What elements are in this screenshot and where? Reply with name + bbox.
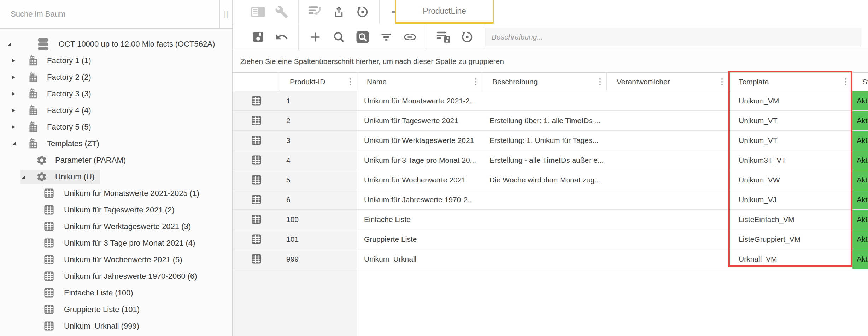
tree-item[interactable]: Unikum für 3 Tage pro Monat 2021 (4)	[0, 235, 232, 251]
cell-name[interactable]: Einfache Liste	[357, 210, 482, 229]
column-menu-icon[interactable]	[475, 78, 477, 85]
table-row[interactable]: 101Gruppierte ListeListeGruppiert_VMAkti…	[233, 229, 868, 249]
tab-productline[interactable]: ProductLine	[395, 0, 494, 24]
cell-produkt_id[interactable]: 1	[280, 91, 357, 110]
cell-beschreibung[interactable]: Erstellung - alle TimeIDs außer e...	[482, 150, 607, 170]
cell-row-icon[interactable]	[233, 111, 280, 130]
cell-produkt_id[interactable]: 5	[280, 170, 357, 190]
table-row[interactable]: 4Unikum für 3 Tage pro Monat 20...Erstel…	[233, 150, 868, 170]
cell-status[interactable]: Aktiv	[852, 150, 868, 170]
tree-item[interactable]: Unikum für Tageswerte 2021 (2)	[0, 202, 232, 218]
cell-row-icon[interactable]	[233, 170, 280, 190]
column-menu-icon[interactable]	[599, 78, 601, 85]
tree-item[interactable]: Unikum für Monatswerte 2021-2025 (1)	[0, 185, 232, 202]
header-cell-template[interactable]: Template	[729, 73, 852, 91]
cell-status[interactable]: Aktiv	[852, 229, 868, 249]
cell-verantwortlicher[interactable]	[607, 249, 729, 269]
table-row[interactable]: 1Unikum für Monatswerte 2021-2...Unikum_…	[233, 91, 868, 111]
cell-row-icon[interactable]	[233, 249, 280, 269]
cell-template[interactable]: Unikum3T_VT	[729, 150, 852, 170]
cell-name[interactable]: Unikum für Wochenwerte 2021	[357, 170, 482, 190]
cell-produkt_id[interactable]: 2	[280, 111, 357, 130]
cell-beschreibung[interactable]	[482, 249, 607, 269]
cell-verantwortlicher[interactable]	[607, 190, 729, 209]
description-input[interactable]	[485, 28, 861, 46]
cell-beschreibung[interactable]: Erstellung: 1. Unikum für Tages...	[482, 131, 607, 150]
link-button[interactable]	[403, 29, 417, 45]
cell-verantwortlicher[interactable]	[607, 91, 729, 110]
cell-name[interactable]: Unikum_Urknall	[357, 249, 482, 269]
tree-item[interactable]: Unikum für Wochenwerte 2021 (5)	[0, 251, 232, 268]
table-row[interactable]: 6Unikum für Jahreswerte 1970-2...Unikum_…	[233, 190, 868, 210]
cell-row-icon[interactable]	[233, 229, 280, 249]
tree-item[interactable]: Unikum_Urknall (999)	[0, 318, 232, 334]
cell-template[interactable]: Unikum_VT	[729, 131, 852, 150]
cell-row-icon[interactable]	[233, 150, 280, 170]
header-cell-verantwortlicher[interactable]: Verantwortlicher	[607, 73, 729, 91]
wrench-button[interactable]	[275, 4, 289, 20]
column-menu-icon[interactable]	[845, 78, 847, 85]
cell-template[interactable]: Unikum_VT	[729, 111, 852, 130]
export-button[interactable]	[332, 4, 346, 20]
undo-button[interactable]	[275, 29, 289, 45]
tree-item[interactable]: Parameter (PARAM)	[0, 152, 232, 168]
cell-name[interactable]: Unikum für 3 Tage pro Monat 20...	[357, 150, 482, 170]
cell-beschreibung[interactable]	[482, 91, 607, 110]
cell-row-icon[interactable]	[233, 210, 280, 229]
table-row[interactable]: 100Einfache ListeListeEinfach_VMAktiv	[233, 210, 868, 229]
tree-item[interactable]: Gruppierte Liste (101)	[0, 301, 232, 318]
hide-detail-button[interactable]	[308, 4, 322, 20]
cell-status[interactable]: Aktiv	[852, 111, 868, 130]
cell-beschreibung[interactable]	[482, 229, 607, 249]
tree-item[interactable]: Factory 5 (5)	[0, 119, 232, 135]
tree-item[interactable]: Templates (ZT)	[0, 135, 232, 152]
table-row[interactable]: 2Unikum für Tageswerte 2021Erstellung üb…	[233, 111, 868, 131]
cell-name[interactable]: Unikum für Tageswerte 2021	[357, 111, 482, 130]
cell-status[interactable]: Aktiv	[852, 131, 868, 150]
add-row-button[interactable]	[308, 29, 322, 45]
cell-verantwortlicher[interactable]	[607, 111, 729, 130]
cell-template[interactable]: ListeEinfach_VM	[729, 210, 852, 229]
reading-pane-button[interactable]	[251, 4, 265, 20]
group-by-panel[interactable]: Ziehen Sie eine Spaltenüberschrift hierh…	[233, 50, 868, 73]
cell-verantwortlicher[interactable]	[607, 210, 729, 229]
cell-verantwortlicher[interactable]	[607, 131, 729, 150]
cell-beschreibung[interactable]	[482, 190, 607, 209]
cell-status[interactable]: Aktiv	[852, 249, 868, 269]
tree-item[interactable]: Unikum für Werktageswerte 2021 (3)	[0, 218, 232, 235]
search-button[interactable]	[332, 29, 346, 45]
expander-collapsed-icon[interactable]	[12, 59, 21, 62]
expander-collapsed-icon[interactable]	[12, 125, 21, 129]
cell-name[interactable]: Unikum für Werktageswerte 2021	[357, 131, 482, 150]
header-cell-beschreibung[interactable]: Beschreibung	[482, 73, 607, 91]
tree-item[interactable]: Factory 1 (1)	[0, 52, 232, 69]
table-row[interactable]: 5Unikum für Wochenwerte 2021Die Woche wi…	[233, 170, 868, 190]
cell-status[interactable]: Aktiv	[852, 190, 868, 209]
expander-expanded-icon[interactable]	[12, 142, 21, 145]
cell-template[interactable]: Unikum_VM	[729, 91, 852, 110]
cell-template[interactable]: ListeGruppiert_VM	[729, 229, 852, 249]
expander-expanded-icon[interactable]	[22, 175, 31, 179]
tree-item[interactable]: Factory 4 (4)	[0, 102, 232, 119]
cell-row-icon[interactable]	[233, 190, 280, 209]
cell-name[interactable]: Gruppierte Liste	[357, 229, 482, 249]
filter-button[interactable]	[379, 29, 393, 45]
header-cell-name[interactable]: Name	[357, 73, 482, 91]
cell-name[interactable]: Unikum für Jahreswerte 1970-2...	[357, 190, 482, 209]
cell-status[interactable]: Aktiv	[852, 170, 868, 190]
search-advanced-button[interactable]	[356, 29, 370, 45]
expander-collapsed-icon[interactable]	[12, 92, 21, 96]
cell-produkt_id[interactable]: 4	[280, 150, 357, 170]
expander-expanded-icon[interactable]	[8, 42, 17, 46]
cell-beschreibung[interactable]: Die Woche wird dem Monat zug...	[482, 170, 607, 190]
cell-verantwortlicher[interactable]	[607, 229, 729, 249]
layout-save-button[interactable]	[436, 29, 451, 45]
expander-collapsed-icon[interactable]	[12, 109, 21, 112]
tree-item[interactable]: Unikum für Jahreswerte 1970-2060 (6)	[0, 268, 232, 284]
cell-produkt_id[interactable]: 100	[280, 210, 357, 229]
table-row[interactable]: 999Unikum_UrknallUrknall_VMAktiv	[233, 249, 868, 269]
cell-template[interactable]: Unikum_VJ	[729, 190, 852, 209]
header-cell-produkt_id[interactable]: Produkt-ID	[280, 73, 357, 91]
tree-item[interactable]: Unikum (U)	[0, 168, 232, 185]
cell-produkt_id[interactable]: 999	[280, 249, 357, 269]
